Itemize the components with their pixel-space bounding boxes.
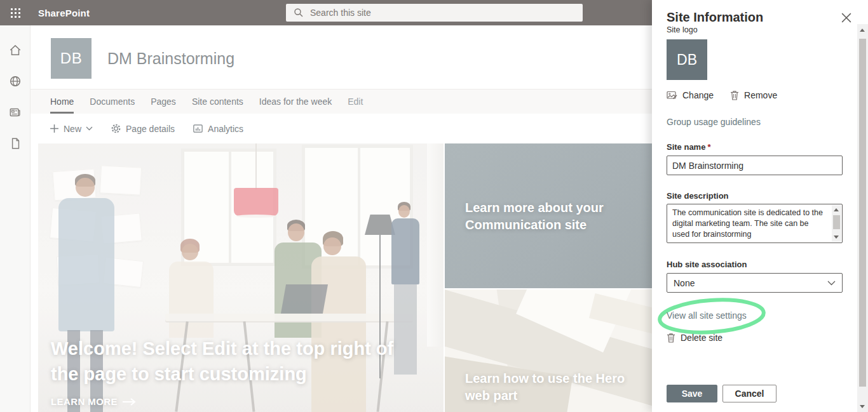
page-details-label: Page details (126, 124, 175, 134)
chevron-down-icon (86, 126, 93, 131)
hub-association-label: Hub site association (667, 260, 747, 269)
command-bar: New Page details Analytic (31, 114, 652, 143)
document-icon (8, 136, 22, 150)
save-button[interactable]: Save (667, 385, 717, 402)
globe-icon (8, 74, 22, 88)
hero-tile-main[interactable]: Welcome! Select Edit at the top right of… (38, 143, 444, 412)
tab-site-contents[interactable]: Site contents (192, 90, 243, 114)
trash-icon (730, 90, 739, 100)
change-image-icon (667, 90, 677, 100)
panel-title: Site Information (667, 10, 763, 25)
tab-pages[interactable]: Pages (151, 90, 176, 114)
remove-label: Remove (744, 90, 777, 100)
site-logo-label: Site logo (667, 25, 698, 34)
group-usage-guidelines-link[interactable]: Group usage guidelines (667, 117, 761, 127)
site-information-panel: Site Information Site logo DB Change (652, 0, 868, 412)
search-icon (294, 8, 304, 18)
sharepoint-page: SharePoint (0, 0, 868, 412)
analytics-button[interactable]: Analytics (193, 123, 243, 134)
delete-site-label: Delete site (681, 333, 722, 343)
site-description-text: The communication site is dedicated to t… (672, 208, 828, 240)
scrollbar-thumb (859, 39, 866, 387)
hub-association-value: None (674, 278, 827, 288)
site-nav: Home Documents Pages Site contents Ideas… (31, 89, 652, 114)
gear-icon (111, 123, 121, 134)
tab-documents[interactable]: Documents (90, 90, 135, 114)
cancel-button[interactable]: Cancel (722, 385, 776, 402)
site-title: DM Brainstorming (107, 50, 234, 68)
waffle-icon (11, 8, 20, 18)
hero-tile-top-caption: Learn more about your Communication site (465, 199, 621, 234)
plus-icon (50, 124, 59, 133)
site-header: DB DM Brainstorming (31, 25, 652, 89)
trash-icon (667, 333, 675, 343)
delete-site-button[interactable]: Delete site (667, 333, 722, 343)
remove-logo-button[interactable]: Remove (730, 90, 777, 100)
panel-scrollbar[interactable] (857, 24, 868, 412)
scroll-up-icon (860, 29, 865, 32)
analytics-icon (193, 123, 203, 134)
scrollbar-thumb (833, 215, 840, 229)
analytics-label: Analytics (208, 124, 243, 134)
tab-edit[interactable]: Edit (348, 90, 363, 114)
arrow-right-icon (123, 398, 137, 406)
rail-documents-button[interactable] (0, 128, 31, 159)
hero-tile-bottom-caption: Learn how to use the Hero web part (465, 370, 630, 404)
app-launcher-button[interactable] (0, 0, 31, 25)
site-name-input[interactable] (667, 156, 843, 175)
main-content: DB DM Brainstorming Home Documents Pages… (31, 25, 652, 412)
hero-main-title: Welcome! Select Edit at the top right of… (51, 336, 419, 387)
tab-ideas-for-the-week[interactable]: Ideas for the week (259, 90, 332, 114)
logo-actions: Change Remove (667, 90, 777, 100)
left-rail (0, 25, 31, 412)
search-box (286, 4, 583, 22)
site-logo[interactable]: DB (51, 38, 92, 79)
home-icon (8, 43, 22, 57)
close-icon (841, 13, 851, 23)
site-description-textarea[interactable]: The communication site is dedicated to t… (667, 204, 843, 243)
panel-buttons: Save Cancel (667, 385, 776, 402)
hero-tile-hero-webpart[interactable]: Learn how to use the Hero web part (445, 289, 652, 412)
new-button[interactable]: New (50, 124, 93, 134)
change-label: Change (682, 90, 714, 100)
hero-right-column: Learn more about your Communication site… (445, 143, 652, 412)
learn-more-label: LEARN MORE (51, 396, 118, 407)
textarea-scrollbar[interactable] (832, 205, 841, 242)
required-marker: * (707, 142, 710, 152)
scroll-down-icon (860, 405, 865, 408)
tab-home[interactable]: Home (50, 90, 74, 114)
scroll-down-icon (834, 236, 839, 239)
panel-site-logo: DB (667, 39, 707, 80)
rail-sites-button[interactable] (0, 65, 31, 96)
hero-webpart: Welcome! Select Edit at the top right of… (38, 143, 652, 412)
scroll-up-icon (834, 208, 839, 211)
hero-tile-communication[interactable]: Learn more about your Communication site (445, 143, 652, 288)
news-icon (8, 105, 22, 119)
view-all-site-settings-link[interactable]: View all site settings (667, 310, 747, 321)
hero-learn-more-link[interactable]: LEARN MORE (51, 396, 137, 407)
new-label: New (64, 124, 81, 134)
site-description-label: Site description (667, 191, 729, 201)
change-logo-button[interactable]: Change (667, 90, 714, 100)
hub-association-select[interactable]: None (667, 273, 843, 293)
rail-home-button[interactable] (0, 34, 31, 65)
chevron-down-icon (827, 281, 836, 286)
page-details-button[interactable]: Page details (111, 123, 175, 134)
close-panel-button[interactable] (841, 13, 851, 23)
rail-news-button[interactable] (0, 96, 31, 128)
app-title: SharePoint (38, 8, 90, 18)
site-name-label: Site name* (667, 142, 710, 152)
search-input[interactable] (310, 8, 552, 18)
